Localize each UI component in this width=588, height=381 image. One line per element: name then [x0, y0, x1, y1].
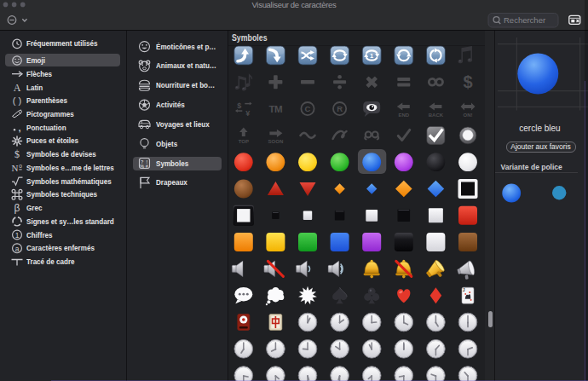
svg-text:$: $ [237, 101, 241, 110]
svg-text:N: N [12, 163, 19, 173]
svg-text:SOON: SOON [268, 139, 284, 144]
svg-text:#: # [146, 164, 148, 169]
svg-text:BACK: BACK [429, 113, 444, 118]
svg-text:TM: TM [269, 104, 283, 114]
svg-text:a: a [15, 245, 20, 253]
svg-text:A: A [14, 82, 21, 94]
svg-text:$: $ [463, 72, 472, 91]
svg-text:TOP: TOP [239, 139, 249, 144]
svg-text:,: , [18, 123, 20, 133]
svg-text:$: $ [14, 148, 20, 160]
svg-text:β: β [14, 202, 20, 214]
svg-text:¥: ¥ [245, 109, 250, 118]
svg-text:( ): ( ) [13, 95, 21, 106]
svg-text:R: R [337, 104, 343, 113]
svg-text:C: C [305, 104, 311, 113]
svg-text:1: 1 [15, 231, 20, 240]
svg-text:o: o [19, 163, 22, 169]
svg-text:ON!: ON! [464, 113, 473, 118]
svg-text:1: 1 [370, 52, 373, 60]
svg-text:%: % [140, 164, 144, 169]
svg-text:END: END [398, 113, 409, 118]
